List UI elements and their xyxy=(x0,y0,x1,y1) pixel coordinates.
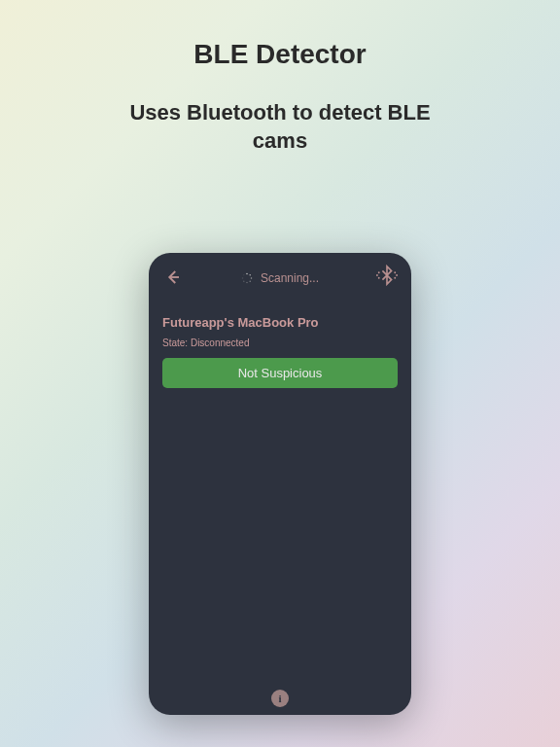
subtitle-line-2: cams xyxy=(253,128,307,153)
scanning-status: Scanning... xyxy=(241,271,319,285)
svg-point-4 xyxy=(246,282,248,284)
spinner-icon xyxy=(241,272,253,284)
svg-point-6 xyxy=(242,277,244,279)
svg-point-1 xyxy=(249,274,251,276)
not-suspicious-button[interactable]: Not Suspicious xyxy=(162,358,398,388)
svg-point-0 xyxy=(246,273,248,275)
device-name: Futureapp's MacBook Pro xyxy=(162,315,398,330)
page-subtitle: Uses Bluetooth to detect BLE cams xyxy=(0,99,560,155)
phone-preview-frame: Scanning... Futureapp's MacBook Pro Stat… xyxy=(149,253,411,715)
back-arrow-icon[interactable] xyxy=(164,268,182,286)
info-button[interactable]: i xyxy=(271,690,289,707)
bluetooth-icon[interactable] xyxy=(376,265,398,286)
info-icon: i xyxy=(278,693,281,704)
svg-point-7 xyxy=(243,274,245,276)
phone-header: Scanning... xyxy=(162,267,398,290)
svg-point-5 xyxy=(243,280,245,282)
subtitle-line-1: Uses Bluetooth to detect BLE xyxy=(129,100,430,124)
svg-point-2 xyxy=(251,277,253,279)
page-title: BLE Detector xyxy=(0,0,560,70)
scanning-label: Scanning... xyxy=(261,271,319,285)
device-state: State: Disconnected xyxy=(162,338,398,348)
svg-point-3 xyxy=(249,280,251,282)
